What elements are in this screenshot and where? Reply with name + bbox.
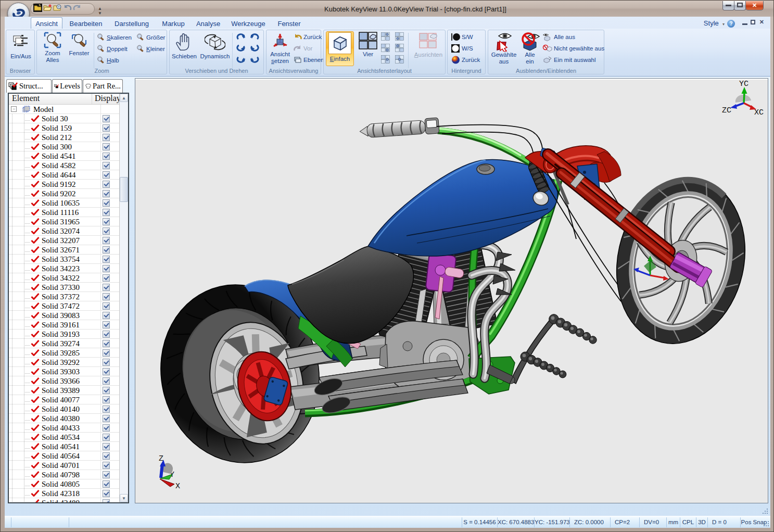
svg-text:XC: XC <box>754 108 764 117</box>
svg-text:YC: YC <box>739 80 748 88</box>
svg-text:ZC: ZC <box>722 106 731 115</box>
svg-text:X: X <box>175 482 180 491</box>
